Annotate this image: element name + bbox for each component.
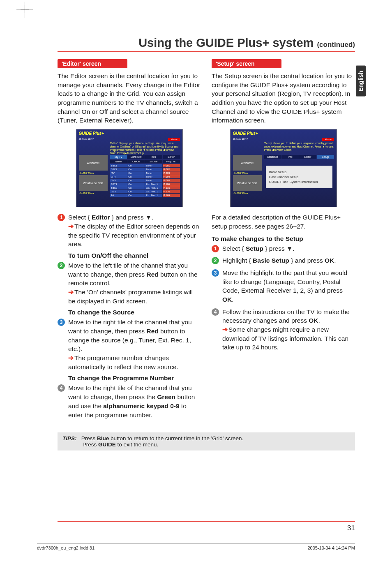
cell: P 001 [163,164,180,167]
setup-step-1-text: Select { Setup } press ▼. [222,244,355,253]
t: Red [146,271,158,278]
step-1-text: Select { Editor } and press ▼. ➔The disp… [68,213,201,249]
setup-screenshot: GUIDE Plus+ 26-May 10:47 Home 'Setup' al… [230,129,337,207]
scr-side-thumb: Welcome! [79,155,108,171]
step-3: 3 Move to the right tile of the channel … [58,318,201,371]
tips-box: TIPS: Press Blue button to return to the… [58,432,355,450]
title-continued: (continued) [317,41,355,49]
t: Some changes might require a new downloa… [222,326,348,351]
t: Follow the instructions on the TV to mak… [222,308,350,324]
t: Select { [222,245,246,252]
table-row: BBC2OnTunerP 002 [110,168,180,171]
scr-setup-options: Basic Setup Host Channel Setup GUIDE Plu… [266,166,332,188]
cell: P 002 [163,168,180,171]
step-2: 2 Move to the left tile of the channel t… [58,261,201,305]
setup-detail: For a detailed description of the GUIDE … [212,213,355,231]
th: Prog. Nr. [163,160,180,163]
scr-tab: Setup [317,155,334,159]
cell: On [127,183,145,186]
setup-section-header: 'Setup' screen [212,59,281,68]
scr-info-text: 'Setup' allows you to define your langua… [264,142,334,151]
scr-side: Welcome! GUIDE Plus+ What to do first! G… [79,155,108,195]
scr-rows: BBC1OnTunerP 001BBC2OnTunerP 002ITVOnTun… [110,164,180,197]
t: Highlight { [222,257,253,264]
cell: On [127,194,145,197]
step-4-text: Move to the right tile of the channel th… [68,383,201,419]
scr-home-badge: Home [322,138,334,141]
t: Press [81,435,97,441]
t: } and press ▼. [110,214,154,221]
table-row: CH4OnTunerP 004 [110,175,180,178]
cell: On [127,190,145,193]
page-title: Using the GUIDE Plus+ system (continued) [58,36,355,50]
cell: On [127,179,145,182]
table-row: E4OnExt. Rec. 1P 169 [110,194,180,197]
editor-intro: The Editor screen is the central locatio… [58,72,201,125]
opt: Basic Setup [269,170,329,174]
t: OK [309,317,318,324]
arrow-icon: ➔ [68,289,74,296]
t: Setup [246,245,263,252]
setup-step-4: 4 Follow the instructions on the TV to m… [212,307,355,352]
divider [58,51,355,52]
cell: P 169 [163,194,180,197]
t: Basic Setup [253,257,289,264]
bullet-2-icon: 2 [212,257,219,264]
cell: BBC1 [110,164,127,167]
table-row: BBC1OnTunerP 001 [110,164,180,167]
footer-file: dvdr7300h_eu_eng2.indd 31 [37,545,95,550]
subhead-onoff: To turn On/Off the channel [68,252,201,259]
cell: Tuner [145,175,162,178]
setup-step-2-text: Highlight { Basic Setup } and press OK. [222,256,355,265]
scr-tab: Info [281,155,299,159]
subhead-source: To change the Source [68,309,201,316]
cell: P 004 [163,175,180,178]
guideplus-logo: GUIDE Plus+ [79,131,104,136]
t: GUIDE [98,441,116,448]
editor-section-header: 'Editor' screen [58,59,127,68]
cell: Tuner [145,171,162,175]
scr-table-head: Name On/Off Source Prog. Nr. [110,160,180,163]
th: Source [145,160,162,163]
t: alphanumeric keypad 0-9 [103,402,179,409]
scr-tab: Schedule [264,155,281,159]
t: Green [157,393,175,400]
arrow-icon: ➔ [222,326,228,333]
step-3-text: Move to the right tile of the channel th… [68,318,201,371]
guideplus-logo: GUIDE Plus+ [233,131,258,136]
footer: dvdr7300h_eu_eng2.indd 31 2005-10-04 4:1… [37,543,355,550]
setup-intro: The Setup screen is the central location… [212,72,355,125]
page-number: 31 [347,524,355,532]
cell: ITV2 [110,190,127,193]
t: } and press [289,257,325,264]
t: Blue [97,435,109,441]
t: to exit the menu. [116,441,159,448]
bullet-3-icon: 3 [58,319,65,326]
opt: Host Channel Setup [269,175,329,179]
cell: BBC3 [110,186,127,189]
t: . [232,296,233,303]
cell: On [127,186,145,189]
footer-date: 2005-10-04 4:14:24 PM [307,545,355,550]
bullet-3-icon: 3 [212,269,219,277]
cell: P 116 [163,186,180,189]
table-row: SKY1OnExt. Rec. 1P 106 [110,183,180,186]
t: Press [83,441,98,448]
step-2-text: Move to the left tile of the channel tha… [68,261,201,305]
scr-tab: Editor [299,155,316,159]
cell: BBC2 [110,168,127,171]
cell: ITV [110,171,127,175]
t: Editor [92,214,110,221]
scr-tabs: My TV Schedule Info Editor [110,155,180,159]
cell: Ext. Rec. 1 [145,190,162,193]
scr-tabs: Schedule Info Editor Setup [264,155,334,159]
setup-step-1: 1 Select { Setup } press ▼. [212,244,355,253]
scr-side-logo: GUIDE Plus+ [79,172,108,174]
t: OK [222,296,232,303]
t: Red [146,328,158,335]
t: . [334,257,336,264]
title-main: Using the GUIDE Plus+ system [138,36,317,49]
t: OK [325,257,334,264]
opt: GUIDE Plus+ System Information [269,180,329,184]
scr-tab: Info [145,155,162,159]
